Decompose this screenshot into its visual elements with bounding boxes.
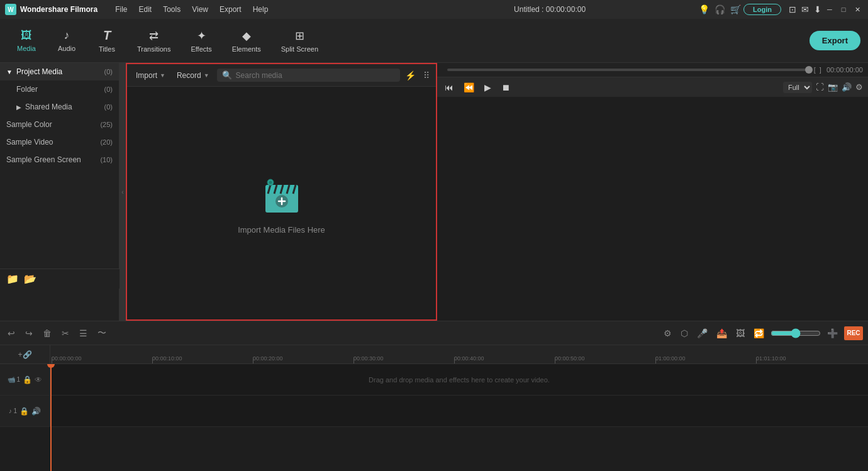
layout-button[interactable]: ☰ — [77, 327, 90, 340]
toolbar-transitions[interactable]: ⇄ Transitions — [128, 25, 179, 57]
delete-button[interactable]: 🗑 — [40, 327, 54, 340]
media-icon: 🖼 — [21, 29, 32, 42]
scrubber-handle[interactable] — [805, 66, 813, 74]
volume-button[interactable]: 🔊 — [842, 82, 852, 92]
sidebar-item-folder[interactable]: Folder (0) — [0, 80, 119, 98]
menu-bar: File Edit Tools View Export Help — [110, 4, 403, 15]
shared-media-count: (0) — [104, 103, 113, 111]
shared-media-label: Shared Media — [25, 103, 104, 111]
timeline-mask-button[interactable]: ⬡ — [678, 327, 691, 340]
cut-button[interactable]: ✂ — [59, 327, 72, 340]
quality-select[interactable]: Full — [783, 82, 812, 93]
import-button[interactable]: Import ▼ — [132, 69, 169, 82]
grid-view-button[interactable]: ⠿ — [422, 69, 431, 82]
audio-track-volume-icon[interactable]: 🔊 — [31, 407, 41, 416]
timeline-export-button[interactable]: 📤 — [714, 327, 730, 340]
menu-file[interactable]: File — [110, 4, 132, 15]
toolbar-audio[interactable]: ♪ Audio — [48, 25, 86, 56]
preview-controls: ⏮ ⏪ ▶ ⏹ Full ⛶ 📷 🔊 ⚙ — [437, 77, 868, 97]
track-lock-icon[interactable]: 🔒 — [23, 375, 32, 384]
stop-button[interactable]: ⏹ — [499, 81, 513, 94]
panel-collapse-handle[interactable]: ‹ — [120, 63, 126, 321]
effects-icon: ✦ — [197, 29, 206, 43]
record-button[interactable]: Record ▼ — [173, 69, 213, 82]
titlebar: W Wondershare Filmora File Edit Tools Vi… — [0, 0, 868, 19]
sidebar-item-sample-color[interactable]: Sample Color (25) — [0, 116, 119, 133]
zoom-slider[interactable] — [771, 328, 821, 338]
sample-green-screen-count: (10) — [100, 156, 113, 163]
time-bracket-start: [ — [814, 66, 816, 74]
snapshot-button[interactable]: 📷 — [828, 82, 838, 92]
svg-point-11 — [269, 180, 272, 184]
toolbar-splitscreen-label: Split Screen — [281, 45, 318, 53]
preview-scrubber-bar[interactable] — [447, 69, 809, 71]
login-button[interactable]: Login — [743, 4, 781, 15]
video-track-1-body[interactable]: Drag and drop media and effects here to … — [50, 364, 868, 395]
settings-button[interactable]: ⚙ — [855, 82, 863, 92]
search-input[interactable] — [236, 71, 395, 80]
track-1-hint: Drag and drop media and effects here to … — [369, 376, 550, 384]
play-button[interactable]: ▶ — [482, 81, 494, 94]
left-panel: ▼ Project Media (0) Folder (0) ▶ Shared … — [0, 63, 437, 321]
timeline-settings-button[interactable]: ⚙ — [661, 327, 674, 340]
toolbar-elements[interactable]: ◆ Elements — [223, 25, 270, 57]
timeline-snapshot-button[interactable]: 🖼 — [733, 327, 747, 340]
cart-icon[interactable]: 🛒 — [730, 4, 741, 14]
sidebar-toggle-icon[interactable]: ⊡ — [789, 4, 796, 14]
folder-count: (0) — [104, 86, 113, 93]
sidebar-item-project-media[interactable]: ▼ Project Media (0) — [0, 63, 119, 80]
folder-label: Folder — [16, 85, 104, 94]
menu-view[interactable]: View — [187, 4, 213, 15]
toolbar-titles[interactable]: T Titles — [88, 25, 126, 57]
toolbar-effects-label: Effects — [191, 45, 211, 53]
audio-track-lock-icon[interactable]: 🔒 — [19, 407, 29, 416]
timeline-mic-button[interactable]: 🎤 — [694, 327, 710, 340]
minimize-button[interactable]: ─ — [824, 4, 835, 15]
menu-export[interactable]: Export — [214, 4, 247, 15]
headphone-icon[interactable]: 🎧 — [715, 4, 725, 14]
fullscreen-button[interactable]: ⛶ — [816, 82, 824, 92]
toolbar-splitscreen[interactable]: ⊞ Split Screen — [272, 25, 327, 57]
close-button[interactable]: ✕ — [852, 4, 863, 15]
redo-button[interactable]: ↪ — [23, 327, 35, 340]
download-icon[interactable]: ⬇ — [814, 4, 821, 14]
track-add-button[interactable]: + — [18, 350, 22, 359]
menu-tools[interactable]: Tools — [158, 4, 186, 15]
menu-help[interactable]: Help — [248, 4, 274, 15]
mail-icon[interactable]: ✉ — [801, 4, 809, 14]
record-dropdown-arrow: ▼ — [204, 72, 209, 79]
bulb-icon[interactable]: 💡 — [699, 4, 709, 14]
timeline-add-button[interactable]: ➕ — [825, 327, 840, 340]
audio-wave-button[interactable]: 〜 — [95, 326, 109, 340]
step-back-button[interactable]: ⏮ — [442, 81, 456, 94]
filter-button[interactable]: ⚡ — [404, 69, 417, 82]
sidebar-item-sample-green-screen[interactable]: Sample Green Screen (10) — [0, 151, 119, 169]
track-header-ruler-space: + 🔗 — [0, 345, 50, 363]
sidebar-item-sample-video[interactable]: Sample Video (20) — [0, 133, 119, 151]
menu-edit[interactable]: Edit — [133, 4, 157, 15]
timeline-loop-button[interactable]: 🔁 — [751, 327, 767, 340]
sample-video-count: (20) — [100, 138, 113, 146]
media-panel: Import ▼ Record ▼ 🔍 ⚡ ⠿ — [126, 63, 437, 321]
audio-track-1-body[interactable] — [50, 396, 868, 426]
add-folder-button[interactable]: 📁 — [6, 273, 19, 285]
track-link-button[interactable]: 🔗 — [23, 350, 32, 359]
tracks-area: 📹 1 🔒 👁 Drag and drop media and effects … — [0, 364, 868, 471]
frame-back-button[interactable]: ⏪ — [461, 81, 477, 94]
search-icon: 🔍 — [222, 70, 232, 80]
toolbar-audio-label: Audio — [58, 45, 75, 52]
splitscreen-icon: ⊞ — [295, 29, 304, 43]
undo-button[interactable]: ↩ — [5, 327, 18, 340]
toolbar-transitions-label: Transitions — [137, 45, 170, 53]
ruler-label-5: 00:00:50:00 — [555, 355, 585, 362]
ruler-label-2: 00:00:20:00 — [253, 355, 283, 362]
toolbar-media[interactable]: 🖼 Media — [8, 25, 45, 56]
export-button[interactable]: Export — [810, 31, 860, 50]
add-button[interactable]: 📂 — [24, 273, 36, 285]
sidebar-item-shared-media[interactable]: ▶ Shared Media (0) — [0, 98, 119, 116]
toolbar-effects[interactable]: ✦ Effects — [182, 25, 220, 57]
media-search-bar[interactable]: 🔍 — [217, 69, 400, 82]
project-media-label: Project Media — [16, 67, 104, 76]
maximize-button[interactable]: □ — [838, 4, 849, 15]
track-eye-icon[interactable]: 👁 — [35, 375, 42, 384]
